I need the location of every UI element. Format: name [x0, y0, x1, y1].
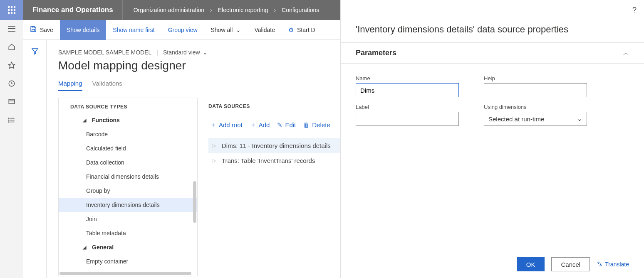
edit-button[interactable]: ✎ Edit	[275, 120, 297, 130]
data-source-types-panel: DATA SOURCE TYPES ◢ Functions Barcode Ca…	[58, 98, 198, 276]
tree-label: Group by	[86, 187, 110, 194]
translate-button[interactable]: Translate	[597, 261, 629, 268]
field-label: Using dimensions	[484, 104, 587, 110]
tree-label: Barcode	[86, 131, 108, 138]
chevron-down-icon: ⌄	[236, 27, 241, 33]
label-input[interactable]	[356, 112, 459, 126]
trash-icon: 🗑	[303, 121, 310, 128]
tree-item[interactable]: Calculated field	[59, 141, 197, 155]
action-label: Edit	[285, 121, 296, 128]
breadcrumb-item[interactable]: Organization administration	[134, 7, 204, 13]
chevron-down-icon: ⌄	[203, 49, 208, 56]
list-icon[interactable]	[7, 116, 16, 125]
tree-label: Table metadata	[86, 230, 126, 236]
breadcrumb: Organization administration › Electronic…	[123, 7, 320, 13]
delete-button[interactable]: 🗑 Delete	[302, 120, 332, 130]
tree-node-general[interactable]: ◢ General	[59, 240, 197, 254]
data-source-row-dims[interactable]: ▷ Dims: 11 - Inventory dimensions detail…	[208, 138, 340, 153]
tree-node-functions[interactable]: ◢ Functions	[59, 113, 197, 127]
view-label: Standard view	[163, 49, 200, 56]
group-view-button[interactable]: Group view	[161, 20, 204, 40]
help-input[interactable]	[484, 83, 587, 97]
svg-point-8	[8, 120, 9, 121]
field-label: Help	[484, 75, 587, 81]
action-label: Add	[259, 121, 270, 128]
show-all-button[interactable]: Show all ⌄	[204, 20, 248, 40]
ok-button[interactable]: OK	[517, 257, 545, 271]
data-source-actions: ＋ Add root ＋ Add ✎ Edit 🗑 Delete	[208, 120, 340, 130]
tree-item[interactable]: Data collection	[59, 155, 197, 170]
section-title: Parameters	[356, 49, 396, 57]
data-source-list: ▷ Dims: 11 - Inventory dimensions detail…	[208, 138, 340, 168]
app-title: Finance and Operations	[23, 6, 122, 14]
tab-mapping[interactable]: Mapping	[58, 80, 82, 91]
horizontal-scrollbar[interactable]	[59, 272, 191, 275]
home-icon[interactable]	[7, 42, 16, 52]
waffle-button[interactable]	[0, 0, 23, 20]
caret-right-icon: ▷	[213, 158, 216, 163]
debug-icon: ⚙	[288, 26, 294, 34]
save-button[interactable]: Save	[23, 20, 60, 40]
star-icon[interactable]	[7, 61, 16, 70]
plus-icon: ＋	[210, 121, 216, 129]
view-dropdown[interactable]: Standard view ⌄	[163, 49, 208, 56]
show-details-button[interactable]: Show details	[60, 20, 106, 40]
add-button[interactable]: ＋ Add	[248, 120, 272, 130]
tree-label: Functions	[92, 117, 120, 123]
help-icon[interactable]: ?	[632, 6, 637, 15]
left-rail	[0, 20, 23, 278]
chevron-right-icon: ›	[274, 7, 276, 13]
vertical-scrollbar[interactable]	[193, 181, 196, 223]
tree-label: Empty container	[86, 258, 128, 265]
row-label: Trans: Table 'InventTrans' records	[222, 157, 315, 164]
data-sources-panel: DATA SOURCES ＋ Add root ＋ Add ✎ Edit 🗑 D…	[208, 98, 340, 276]
show-name-first-button[interactable]: Show name first	[106, 20, 161, 40]
panel-header: DATA SOURCES	[208, 98, 340, 113]
model-name: SAMPLE MODEL SAMPLE MODEL	[58, 49, 151, 56]
tabs: Mapping Validations	[58, 80, 340, 91]
tree-item[interactable]: Join	[59, 212, 197, 226]
validate-label: Validate	[254, 27, 275, 33]
using-dimensions-field: Using dimensions Selected at run-time ⌄	[484, 104, 587, 126]
hamburger-icon[interactable]	[7, 24, 16, 33]
workspace-icon[interactable]	[7, 97, 16, 106]
panel-header: DATA SOURCE TYPES	[59, 98, 197, 113]
help-field: Help	[484, 75, 587, 97]
field-label: Name	[356, 75, 459, 81]
tree-item-inventory-dimensions[interactable]: Inventory dimensions details	[59, 198, 197, 212]
parameters-form: Name Label Help Using dimensions Selecte…	[341, 64, 644, 138]
name-input[interactable]	[356, 83, 459, 97]
tree-item[interactable]: Barcode	[59, 127, 197, 141]
breadcrumb-item[interactable]: Configurations	[282, 7, 319, 13]
tree-item[interactable]: Empty container	[59, 254, 197, 268]
caret-right-icon: ▷	[213, 143, 216, 148]
button-label: Cancel	[561, 261, 580, 268]
tree-item[interactable]: Table metadata	[59, 226, 197, 240]
svg-rect-11	[32, 27, 34, 28]
tree-label: Financial dimensions details	[86, 173, 159, 180]
save-label: Save	[40, 27, 53, 33]
tree-item[interactable]: Financial dimensions details	[59, 170, 197, 184]
show-details-label: Show details	[67, 27, 99, 33]
tab-validations[interactable]: Validations	[92, 80, 122, 91]
tree-item[interactable]: Group by	[59, 184, 197, 198]
parameters-section-header[interactable]: Parameters ︿	[341, 42, 644, 64]
using-dimensions-select[interactable]: Selected at run-time ⌄	[484, 112, 587, 126]
action-label: Delete	[312, 121, 330, 128]
start-debug-button[interactable]: ⚙ Start D	[282, 20, 322, 40]
clock-icon[interactable]	[7, 79, 16, 88]
breadcrumb-item[interactable]: Electronic reporting	[218, 7, 268, 13]
filter-icon[interactable]	[31, 47, 39, 278]
type-tree: ◢ Functions Barcode Calculated field Dat…	[59, 113, 197, 268]
filter-rail	[23, 40, 47, 278]
select-value: Selected at run-time	[488, 116, 544, 123]
chevron-down-icon: ⌄	[577, 115, 582, 123]
validate-button[interactable]: Validate	[248, 20, 282, 40]
tree-label: Calculated field	[86, 145, 126, 152]
row-label: Dims: 11 - Inventory dimensions details	[222, 142, 331, 149]
add-root-button[interactable]: ＋ Add root	[208, 120, 244, 130]
data-source-row-trans[interactable]: ▷ Trans: Table 'InventTrans' records	[208, 153, 340, 168]
main-content: SAMPLE MODEL SAMPLE MODEL | Standard vie…	[47, 40, 340, 278]
cancel-button[interactable]: Cancel	[551, 257, 590, 271]
page-breadcrumb: SAMPLE MODEL SAMPLE MODEL | Standard vie…	[58, 49, 340, 56]
